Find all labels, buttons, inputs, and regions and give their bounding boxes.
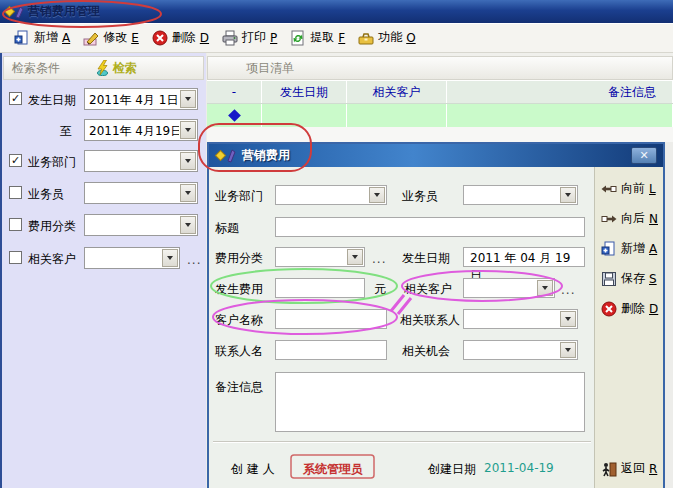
date-from-checkbox[interactable]: ✓ <box>9 92 22 105</box>
delete-icon <box>152 30 168 46</box>
window-title: 营销费用管理 <box>28 3 100 20</box>
new-icon <box>601 241 617 257</box>
dept-label: 业务部门 <box>215 188 263 205</box>
customer-select[interactable] <box>84 247 180 269</box>
print-icon <box>222 30 238 46</box>
category-more-button[interactable]: ... <box>372 252 386 266</box>
title-input[interactable] <box>275 217 585 237</box>
salesman-select[interactable] <box>463 185 578 205</box>
main-titlebar: 营销费用管理 <box>0 0 673 23</box>
item-list-title: 项目清单 <box>246 60 294 77</box>
contact-label: 相关联系人 <box>400 312 460 329</box>
customer-select[interactable] <box>463 278 555 298</box>
dropdown-arrow-icon <box>369 187 385 203</box>
save-icon <box>601 271 617 287</box>
customer-name-label: 客户名称 <box>215 312 263 329</box>
dialog-sidebar: 向前L 向后N 新增A 保存S <box>594 167 663 488</box>
app-icon <box>4 5 24 19</box>
dropdown-arrow-icon <box>560 311 576 327</box>
date-input[interactable]: 2011 年 04 月 19 日 <box>463 247 585 267</box>
search-panel-title: 检索条件 <box>12 60 60 77</box>
extract-icon <box>290 30 306 46</box>
opportunity-select[interactable] <box>463 340 578 360</box>
save-button[interactable]: 保存S <box>601 270 657 287</box>
filter-row-salesman: 业务员 <box>2 182 206 204</box>
delete-button[interactable]: 删除D <box>152 29 209 46</box>
column-customer[interactable]: 相关客户 <box>347 81 447 103</box>
edit-button[interactable]: 修改E <box>83 29 139 46</box>
edit-icon <box>83 30 99 46</box>
column-remark[interactable]: 备注信息 <box>447 81 673 103</box>
close-button[interactable]: ✕ <box>631 147 657 164</box>
created-date-label: 创建日期 <box>428 461 476 478</box>
extract-button[interactable]: 提取F <box>290 29 345 46</box>
customer-more-button[interactable]: ... <box>187 253 201 267</box>
print-button[interactable]: 打印P <box>222 29 277 46</box>
prev-button[interactable]: 向前L <box>601 180 656 197</box>
new-button[interactable]: 新增A <box>14 29 70 46</box>
creator-label: 创 建 人 <box>231 461 275 478</box>
department-checkbox[interactable]: ✓ <box>9 154 22 167</box>
table-empty-space <box>207 127 673 142</box>
dropdown-arrow-icon <box>180 90 196 108</box>
category-label: 费用分类 <box>28 218 82 235</box>
contact-name-input[interactable] <box>275 340 387 360</box>
remark-textarea[interactable] <box>275 372 585 432</box>
category-select[interactable] <box>84 214 198 236</box>
category-checkbox[interactable] <box>9 218 22 231</box>
salesman-label: 业务员 <box>28 186 82 203</box>
search-panel: 检索条件 检索 ✓ 发生日期 2011年 4月 1日 至 2011年 4月19日… <box>2 53 206 488</box>
contact-name-label: 联系人名 <box>215 343 263 360</box>
date-from-select[interactable]: 2011年 4月 1日 <box>84 88 198 110</box>
dropdown-arrow-icon <box>560 187 576 203</box>
next-button[interactable]: 向后N <box>601 210 658 227</box>
dialog-app-icon <box>215 148 237 163</box>
filter-row-date-from: ✓ 发生日期 2011年 4月 1日 <box>2 88 206 110</box>
dropdown-arrow-icon <box>162 249 178 267</box>
created-date-value: 2011-04-19 <box>484 461 554 475</box>
item-list-header: 项目清单 <box>207 56 673 80</box>
date-to-select[interactable]: 2011年 4月19日 <box>84 119 198 141</box>
table-row[interactable] <box>207 104 673 127</box>
dept-select[interactable] <box>275 185 387 205</box>
filter-row-department: ✓ 业务部门 <box>2 150 206 172</box>
expense-dialog: 营销费用 ✕ 业务部门 业务员 标题 费用分类 ... 发生日期 2011 年 … <box>207 142 665 488</box>
department-label: 业务部门 <box>28 154 82 171</box>
exit-icon <box>601 461 617 477</box>
dialog-title: 营销费用 <box>242 147 290 164</box>
table-column-header: - 发生日期 相关客户 备注信息 <box>207 80 673 104</box>
category-select[interactable] <box>275 247 365 267</box>
delete-button[interactable]: 删除D <box>601 300 658 317</box>
delete-icon <box>601 301 617 317</box>
contact-select[interactable] <box>463 309 578 329</box>
dropdown-arrow-icon <box>537 280 553 296</box>
row-marker-icon <box>228 109 241 122</box>
category-label: 费用分类 <box>215 250 263 267</box>
footer-divider <box>213 441 591 443</box>
hand-left-icon <box>601 183 617 195</box>
main-toolbar: 新增A 修改E 删除D 打印P 提取F 功能O <box>0 23 673 53</box>
salesman-label: 业务员 <box>402 188 438 205</box>
column-date[interactable]: 发生日期 <box>262 81 347 103</box>
add-button[interactable]: 新增A <box>601 240 657 257</box>
return-button[interactable]: 返回R <box>601 460 657 477</box>
row-date-cell <box>262 104 347 127</box>
search-button[interactable]: 检索 <box>96 60 137 77</box>
row-selector-cell <box>207 104 262 127</box>
amount-input[interactable] <box>275 278 365 298</box>
function-button[interactable]: 功能O <box>358 29 415 46</box>
salesman-checkbox[interactable] <box>9 186 22 199</box>
amount-unit-label: 元 <box>374 281 386 298</box>
dropdown-arrow-icon <box>180 152 196 170</box>
customer-name-input[interactable] <box>275 309 387 329</box>
search-button-label: 检索 <box>113 60 137 77</box>
customer-more-button[interactable]: ... <box>561 283 575 297</box>
column-selector[interactable]: - <box>207 81 262 103</box>
department-select[interactable] <box>84 150 198 172</box>
row-remark-cell <box>447 104 673 127</box>
customer-checkbox[interactable] <box>9 251 22 264</box>
new-icon <box>14 30 30 46</box>
search-panel-header: 检索条件 检索 <box>3 56 204 80</box>
date-to-label: 至 <box>28 123 72 140</box>
salesman-select[interactable] <box>84 182 198 204</box>
